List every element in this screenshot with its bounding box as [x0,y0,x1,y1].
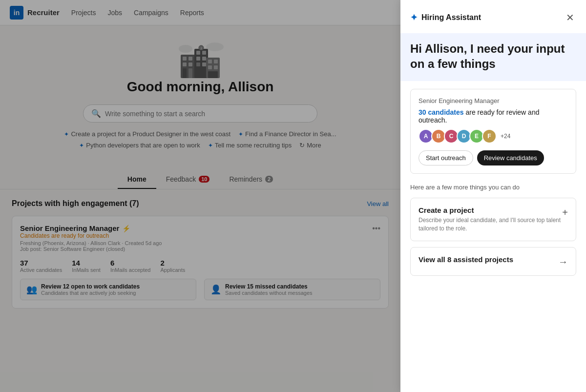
create-project-card[interactable]: Create a project Describe your ideal can… [410,198,576,241]
candidate-card-headline: 30 candidates are ready for review and o… [419,108,568,124]
create-project-icon: + [562,207,568,218]
candidate-card: Senior Engineering Manager 30 candidates… [410,89,576,174]
panel-greeting: Hi Allison, I need your input on a few t… [400,33,586,81]
start-outreach-button[interactable]: Start outreach [419,150,473,165]
hiring-assistant-panel: ✦ Hiring Assistant ✕ Hi Allison, I need … [400,0,586,392]
hiring-assistant-sparkle-icon: ✦ [410,12,418,23]
candidate-card-role: Senior Engineering Manager [419,97,568,104]
panel-title: ✦ Hiring Assistant [410,12,481,23]
card-action-buttons: Start outreach Review candidates [419,150,568,165]
panel-header: ✦ Hiring Assistant ✕ [400,0,586,33]
background-overlay [0,0,400,392]
candidate-count: 30 candidates [419,108,464,116]
greeting-heading: Hi Allison, I need your input on a few t… [410,41,576,71]
avatar-more-count: +24 [501,133,510,140]
panel-body: Senior Engineering Manager 30 candidates… [400,81,586,392]
review-candidates-button[interactable]: Review candidates [477,150,544,165]
avatar-6: F [482,129,497,144]
close-panel-button[interactable]: ✕ [564,10,576,25]
create-project-desc: Describe your ideal candidate, and I'll … [419,216,562,233]
view-projects-title: View all 8 assisted projects [419,255,513,264]
view-assisted-projects-card[interactable]: View all 8 assisted projects → [410,247,576,276]
view-projects-icon: → [558,256,568,268]
create-project-title: Create a project [419,206,562,214]
more-things-label: Here are a few more things you can do [410,184,576,191]
avatars-row: A B C D E F +24 [419,129,568,144]
